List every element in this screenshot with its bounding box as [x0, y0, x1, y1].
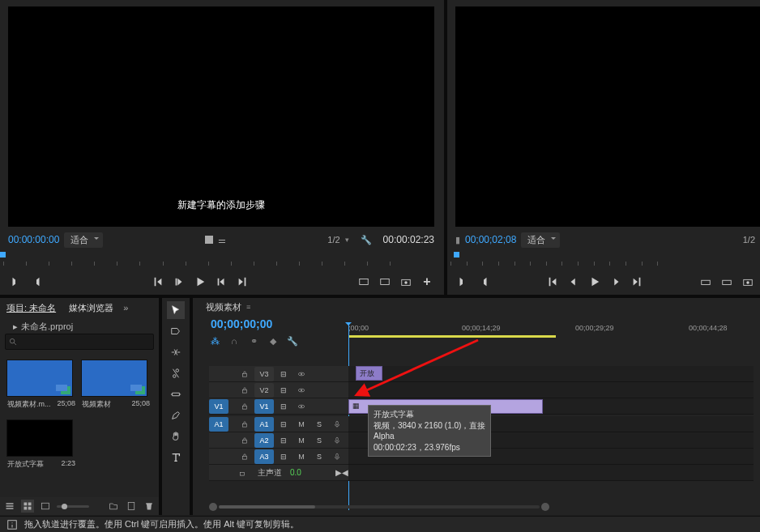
svg-point-8 [10, 338, 15, 343]
goto-in-icon[interactable] [545, 275, 560, 289]
panel-menu-icon[interactable]: » [123, 303, 128, 313]
dragging-clip[interactable]: 开放 [356, 366, 382, 381]
goto-out-icon[interactable] [235, 275, 250, 289]
source-scrubber[interactable] [0, 249, 444, 267]
svg-rect-11 [24, 507, 28, 510]
icon-view-icon[interactable] [21, 500, 34, 513]
wrench-icon[interactable]: 🔧 [361, 235, 372, 245]
timeline-ruler[interactable]: ;00;00 00;00;14;29 00;00;29;29 00;00;44;… [348, 324, 754, 338]
step-back-icon[interactable] [566, 275, 581, 289]
mark-in-icon[interactable] [455, 275, 470, 289]
lock-icon[interactable] [237, 383, 253, 398]
program-timecode[interactable]: 00;00;02;08 [465, 234, 516, 245]
trash-icon[interactable] [143, 500, 156, 513]
sliders-icon[interactable]: ⚌ [218, 235, 226, 245]
pen-tool[interactable] [167, 406, 185, 424]
mic-icon[interactable] [329, 417, 345, 432]
slip-tool[interactable] [167, 385, 185, 403]
project-clip[interactable]: 视频素材25;08 [81, 360, 151, 410]
eye-icon[interactable] [293, 383, 310, 398]
hand-tool[interactable] [167, 428, 185, 445]
mark-out-icon[interactable] [29, 275, 44, 289]
new-bin-icon[interactable] [107, 500, 120, 513]
lock-icon[interactable] [237, 417, 253, 432]
tab-media-browser[interactable]: 媒体浏览器 [62, 299, 120, 317]
track-select-tool[interactable] [167, 322, 185, 340]
source-timecode[interactable]: 00:00:00:00 [8, 234, 59, 245]
selection-tool[interactable] [167, 301, 185, 319]
project-search-input[interactable] [5, 334, 154, 350]
svg-rect-0 [360, 279, 369, 285]
status-bar: 拖入轨道进行覆盖。使用 Ctrl 键可启用插入。使用 Alt 键可复制剪辑。 [0, 516, 760, 532]
source-resolution[interactable]: 1/2 [327, 235, 339, 245]
chevron-down-icon: ▾ [345, 236, 349, 244]
svg-rect-24 [243, 423, 247, 427]
svg-rect-30 [241, 472, 245, 475]
step-fwd-icon[interactable] [214, 275, 228, 289]
timeline-timecode[interactable]: 00;00;00;00 [211, 317, 272, 330]
tab-project[interactable]: 项目: 未命名 [0, 299, 62, 317]
timeline-zoom-scrollbar[interactable] [209, 502, 549, 512]
program-resolution[interactable]: 1/2 [743, 235, 755, 245]
sync-lock-icon[interactable]: ⊟ [275, 367, 292, 381]
project-clip[interactable]: 视频素材.m...25;08 [6, 360, 76, 410]
info-icon [6, 519, 18, 530]
svg-rect-5 [723, 280, 732, 284]
goto-in-icon[interactable] [151, 275, 165, 289]
eye-icon[interactable] [293, 367, 310, 381]
play-icon[interactable] [587, 275, 602, 289]
add-button-icon[interactable]: + [420, 275, 434, 289]
svg-rect-14 [128, 503, 134, 510]
track-v3[interactable]: V3 ⊟ [209, 366, 754, 382]
program-scrubber[interactable] [447, 249, 760, 267]
svg-rect-28 [243, 456, 247, 459]
svg-rect-12 [28, 507, 32, 510]
overwrite-icon[interactable] [378, 275, 392, 289]
ripple-edit-tool[interactable] [167, 343, 185, 361]
svg-rect-26 [243, 440, 247, 443]
snap-icon[interactable]: ⁂ [209, 335, 220, 347]
type-tool[interactable] [167, 449, 185, 466]
svg-point-3 [404, 281, 408, 284]
mark-in-icon[interactable] [8, 275, 23, 289]
program-zoom-select[interactable]: 适合 [521, 232, 560, 248]
eye-icon[interactable] [293, 399, 310, 414]
panel-menu-icon[interactable]: ≡ [246, 303, 250, 311]
freeform-view-icon[interactable] [39, 500, 52, 513]
svg-rect-9 [24, 503, 28, 506]
marker-icon[interactable]: ◆ [267, 335, 279, 347]
svg-rect-18 [243, 389, 247, 393]
lock-icon[interactable] [237, 399, 253, 414]
track-v2[interactable]: V2 ⊟ 开放 [209, 382, 754, 398]
play-icon[interactable] [193, 275, 207, 289]
track-master[interactable]: 主声道 0.0 ▶◀ [209, 465, 754, 481]
export-frame-icon[interactable] [399, 275, 413, 289]
extract-icon[interactable] [719, 275, 734, 289]
lock-icon[interactable] [237, 367, 253, 381]
export-frame-icon[interactable] [741, 275, 755, 289]
step-fwd-icon[interactable] [608, 275, 623, 289]
step-back-icon[interactable] [172, 275, 186, 289]
mark-out-icon[interactable] [476, 275, 491, 289]
magnet-icon[interactable]: ∩ [228, 335, 240, 347]
sequence-name[interactable]: 视频素材 [206, 301, 241, 313]
settings-icon[interactable]: 🔧 [287, 335, 298, 347]
goto-out-icon[interactable] [630, 275, 644, 289]
new-item-icon[interactable] [125, 500, 138, 513]
source-monitor[interactable]: 新建字幕的添加步骤 [8, 6, 434, 227]
thumbnail-size-slider[interactable] [57, 505, 89, 508]
source-zoom-select[interactable]: 适合 [64, 232, 103, 248]
svg-rect-21 [243, 406, 247, 409]
svg-rect-1 [381, 279, 390, 285]
program-monitor[interactable] [455, 6, 760, 227]
subtitle-text: 新建字幕的添加步骤 [177, 198, 265, 212]
lift-icon[interactable] [698, 275, 713, 289]
clip-tooltip: 开放式字幕 视频，3840 x 2160 (1.0)，直接 Alpha 00:0… [368, 405, 491, 457]
list-view-icon[interactable] [3, 500, 16, 513]
linked-selection-icon[interactable]: ⚭ [248, 335, 259, 347]
project-clip[interactable]: 开放式字幕2:23 [6, 419, 76, 470]
svg-rect-4 [702, 280, 711, 284]
search-icon [9, 338, 18, 347]
razor-tool[interactable] [167, 364, 185, 382]
insert-icon[interactable] [357, 275, 371, 289]
